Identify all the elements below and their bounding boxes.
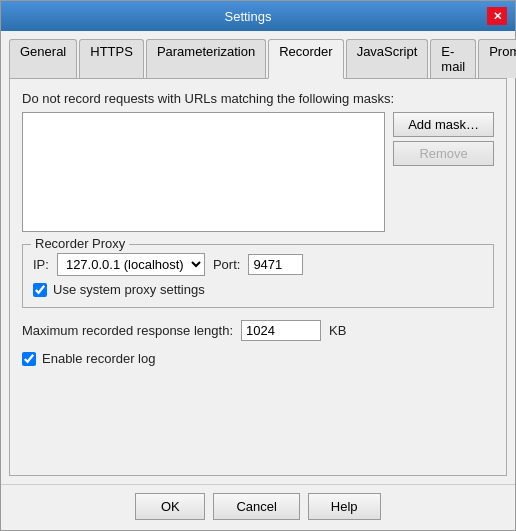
ip-port-row: IP: 127.0.0.1 (localhost) Port: bbox=[33, 253, 483, 276]
tab-javascript[interactable]: JavaScript bbox=[346, 39, 429, 78]
tab-recorder[interactable]: Recorder bbox=[268, 39, 343, 79]
recorder-panel: Do not record requests with URLs matchin… bbox=[9, 79, 507, 476]
ok-button[interactable]: OK bbox=[135, 493, 205, 520]
system-proxy-row: Use system proxy settings bbox=[33, 282, 483, 297]
remove-button[interactable]: Remove bbox=[393, 141, 494, 166]
ip-select[interactable]: 127.0.0.1 (localhost) bbox=[57, 253, 205, 276]
tab-https[interactable]: HTTPS bbox=[79, 39, 144, 78]
footer: OK Cancel Help bbox=[1, 484, 515, 530]
window-title: Settings bbox=[9, 9, 487, 24]
mask-area: Add mask… Remove bbox=[22, 112, 494, 232]
enable-log-checkbox[interactable] bbox=[22, 352, 36, 366]
enable-log-label: Enable recorder log bbox=[42, 351, 155, 366]
recorder-proxy-label: Recorder Proxy bbox=[31, 236, 129, 251]
max-length-row: Maximum recorded response length: KB bbox=[22, 320, 494, 341]
main-content: General HTTPS Parameterization Recorder … bbox=[1, 31, 515, 484]
help-button[interactable]: Help bbox=[308, 493, 381, 520]
add-mask-button[interactable]: Add mask… bbox=[393, 112, 494, 137]
tab-parameterization[interactable]: Parameterization bbox=[146, 39, 266, 78]
max-length-input[interactable] bbox=[241, 320, 321, 341]
port-label: Port: bbox=[213, 257, 240, 272]
max-length-label: Maximum recorded response length: bbox=[22, 323, 233, 338]
settings-window: Settings ✕ General HTTPS Parameterizatio… bbox=[0, 0, 516, 531]
kb-label: KB bbox=[329, 323, 346, 338]
ip-label: IP: bbox=[33, 257, 49, 272]
enable-log-row: Enable recorder log bbox=[22, 351, 494, 366]
cancel-button[interactable]: Cancel bbox=[213, 493, 299, 520]
mask-description: Do not record requests with URLs matchin… bbox=[22, 91, 494, 106]
port-input[interactable] bbox=[248, 254, 303, 275]
system-proxy-checkbox[interactable] bbox=[33, 283, 47, 297]
close-button[interactable]: ✕ bbox=[487, 7, 507, 25]
mask-textarea[interactable] bbox=[22, 112, 385, 232]
mask-buttons: Add mask… Remove bbox=[393, 112, 494, 232]
tab-general[interactable]: General bbox=[9, 39, 77, 78]
tab-bar: General HTTPS Parameterization Recorder … bbox=[9, 39, 507, 79]
system-proxy-label: Use system proxy settings bbox=[53, 282, 205, 297]
recorder-proxy-group: Recorder Proxy IP: 127.0.0.1 (localhost)… bbox=[22, 244, 494, 308]
tab-prompts[interactable]: Prompts bbox=[478, 39, 516, 78]
tab-email[interactable]: E-mail bbox=[430, 39, 476, 78]
title-bar: Settings ✕ bbox=[1, 1, 515, 31]
